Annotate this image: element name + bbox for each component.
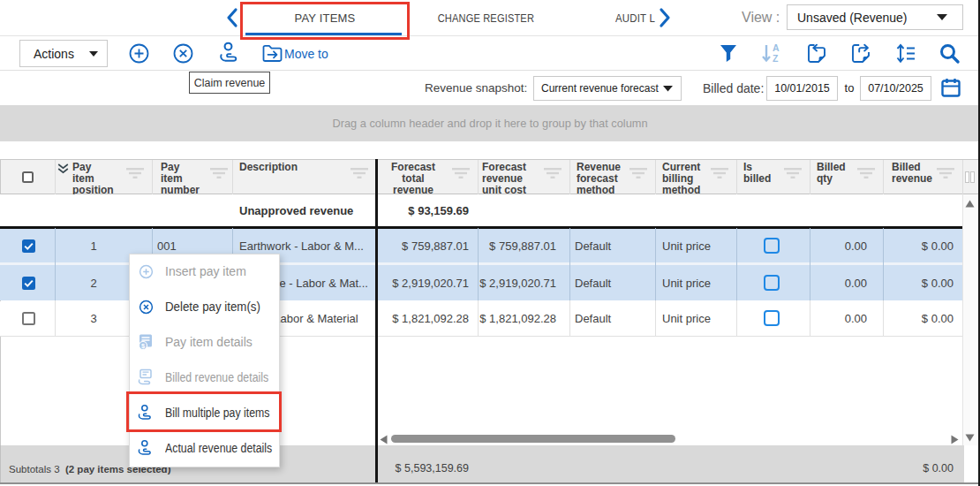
svg-text:A: A (773, 42, 780, 53)
svg-text:Z: Z (773, 53, 779, 64)
